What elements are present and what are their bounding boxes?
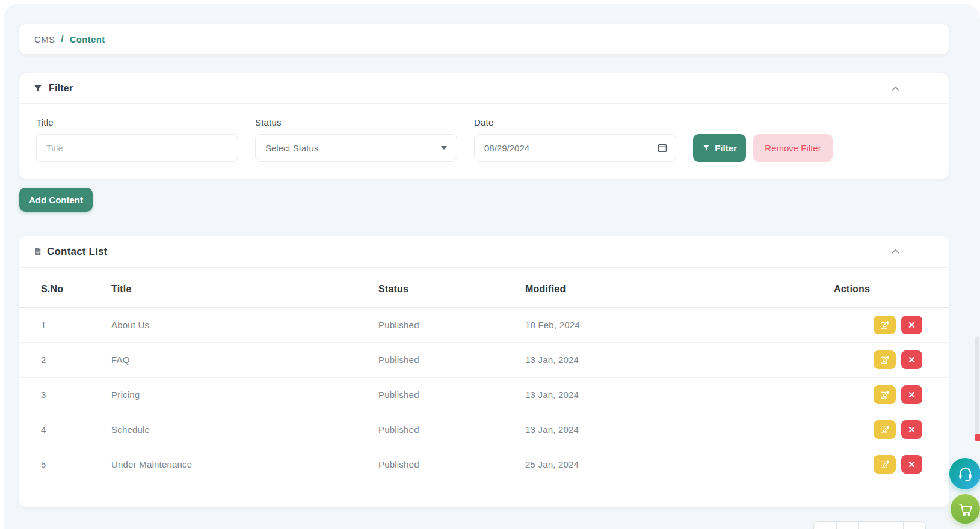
- column-status: Status: [378, 268, 525, 308]
- page-panel: CMS / Content Filter Title: [4, 4, 980, 529]
- delete-button[interactable]: ✕: [901, 455, 922, 474]
- date-input[interactable]: [474, 134, 676, 162]
- cell-status: Published: [378, 308, 525, 343]
- calendar-icon[interactable]: [657, 142, 668, 153]
- cell-sno: 4: [19, 412, 111, 447]
- status-select[interactable]: Select Status: [255, 134, 457, 162]
- column-modified: Modified: [525, 268, 834, 308]
- contact-list-title: Contact List: [47, 246, 108, 258]
- title-input[interactable]: [36, 134, 238, 162]
- chevron-up-icon[interactable]: [890, 246, 901, 257]
- funnel-icon: [33, 84, 43, 93]
- table-body: 1About UsPublished18 Feb, 2024✕2FAQPubli…: [19, 308, 949, 482]
- remove-filter-button[interactable]: Remove Filter: [753, 134, 833, 162]
- floating-button-partial[interactable]: [975, 434, 980, 441]
- table-row: 4SchedulePublished13 Jan, 2024✕: [19, 412, 949, 447]
- cell-title: Under Maintenance: [111, 447, 378, 482]
- cell-modified: 25 Jan, 2024: [525, 447, 834, 482]
- cell-title: FAQ: [111, 343, 378, 378]
- pagination: [23, 521, 952, 529]
- cell-status: Published: [378, 343, 525, 378]
- breadcrumb-section[interactable]: CMS: [34, 34, 55, 44]
- add-content-button[interactable]: Add Content: [19, 188, 93, 212]
- delete-button[interactable]: ✕: [901, 420, 922, 439]
- scrollbar[interactable]: [974, 0, 980, 529]
- edit-button[interactable]: [874, 350, 896, 369]
- breadcrumb-separator: /: [61, 34, 63, 44]
- cell-modified: 13 Jan, 2024: [525, 378, 834, 412]
- close-icon: ✕: [908, 460, 916, 469]
- funnel-icon: [702, 144, 710, 152]
- close-icon: ✕: [908, 355, 916, 364]
- date-field-group: Date: [474, 117, 676, 162]
- edit-icon: [881, 426, 889, 433]
- edit-button[interactable]: [874, 420, 896, 439]
- cart-icon: [958, 501, 973, 517]
- delete-button[interactable]: ✕: [901, 316, 922, 334]
- pagination-group: [813, 521, 926, 529]
- cell-title: About Us: [111, 308, 378, 343]
- edit-button[interactable]: [874, 316, 896, 334]
- cell-modified: 13 Jan, 2024: [525, 343, 834, 378]
- table-row: 5Under MaintenancePublished25 Jan, 2024✕: [19, 447, 949, 482]
- edit-icon: [881, 356, 889, 364]
- cell-actions: ✕: [834, 308, 949, 343]
- breadcrumb-current: Content: [70, 34, 105, 44]
- filter-card-title: Filter: [49, 83, 73, 94]
- breadcrumb: CMS / Content: [19, 24, 949, 54]
- column-sno: S.No: [19, 268, 111, 308]
- pagination-item[interactable]: [881, 522, 903, 529]
- filter-button[interactable]: Filter: [693, 134, 746, 162]
- title-label: Title: [36, 117, 238, 127]
- edit-icon: [881, 460, 889, 468]
- cell-actions: ✕: [834, 447, 949, 482]
- close-icon: ✕: [908, 425, 916, 434]
- cell-status: Published: [378, 447, 525, 482]
- pagination-item[interactable]: [858, 522, 881, 529]
- cell-modified: 18 Feb, 2024: [525, 308, 834, 343]
- main-content: CMS / Content Filter Title: [19, 24, 949, 507]
- pagination-item[interactable]: [836, 522, 858, 529]
- close-icon: ✕: [908, 320, 916, 329]
- cell-status: Published: [378, 378, 525, 412]
- edit-button[interactable]: [874, 385, 896, 404]
- cell-sno: 5: [19, 447, 111, 482]
- filter-button-label: Filter: [715, 143, 737, 153]
- title-field-group: Title: [36, 117, 238, 162]
- pagination-item[interactable]: [814, 522, 836, 529]
- cell-sno: 2: [19, 343, 111, 378]
- cell-actions: ✕: [834, 343, 949, 378]
- content-table: S.No Title Status Modified Actions 1Abou…: [19, 268, 949, 482]
- filter-card-header: Filter: [19, 73, 949, 104]
- column-actions: Actions: [834, 268, 949, 308]
- caret-down-icon: [441, 146, 447, 150]
- cell-title: Pricing: [111, 378, 378, 412]
- edit-button[interactable]: [874, 455, 896, 474]
- table-row: 3PricingPublished13 Jan, 2024✕: [19, 378, 949, 412]
- cell-modified: 13 Jan, 2024: [525, 412, 834, 447]
- file-icon: [33, 246, 42, 257]
- scrollbar-thumb[interactable]: [975, 337, 979, 435]
- filter-form: Title Status Select Status Date: [19, 104, 949, 179]
- cell-sno: 3: [19, 378, 111, 412]
- cell-actions: ✕: [834, 378, 949, 412]
- delete-button[interactable]: ✕: [901, 350, 922, 369]
- remove-filter-label: Remove Filter: [765, 143, 821, 153]
- date-label: Date: [474, 117, 676, 127]
- delete-button[interactable]: ✕: [901, 385, 922, 404]
- headset-icon: [957, 466, 973, 482]
- cell-actions: ✕: [834, 412, 949, 447]
- chevron-up-icon[interactable]: [890, 84, 901, 94]
- cell-status: Published: [378, 412, 525, 447]
- cell-title: Schedule: [111, 412, 378, 447]
- close-icon: ✕: [908, 390, 916, 399]
- edit-icon: [881, 321, 889, 329]
- status-field-group: Status Select Status: [255, 117, 457, 162]
- status-label: Status: [255, 117, 457, 127]
- table-row: 1About UsPublished18 Feb, 2024✕: [19, 308, 949, 343]
- pagination-item[interactable]: [903, 522, 925, 529]
- filter-card: Filter Title Status Select Status: [19, 73, 949, 179]
- table-row: 2FAQPublished13 Jan, 2024✕: [19, 343, 949, 378]
- cell-sno: 1: [19, 308, 111, 343]
- contact-list-card: Contact List S.No Title Status Modified …: [19, 236, 949, 507]
